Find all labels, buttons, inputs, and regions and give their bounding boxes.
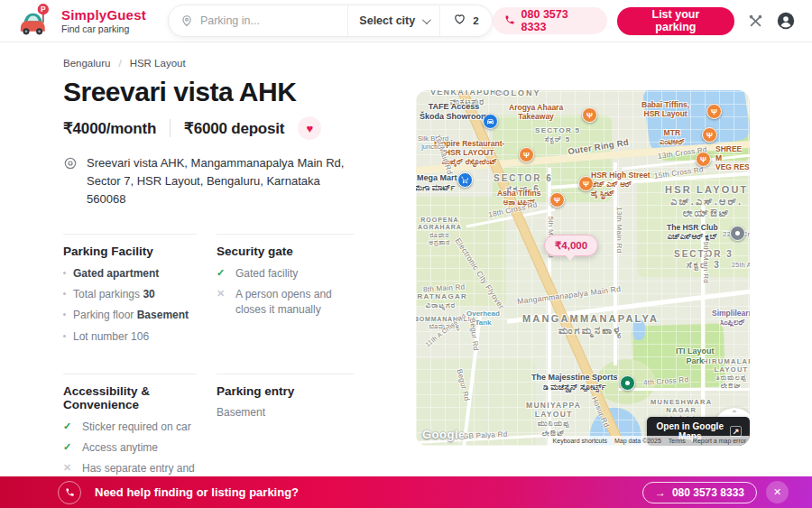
map-poi-label: Babai Tiffins, HSR Layout bbox=[641, 100, 689, 118]
favorite-toggle-button[interactable]: ♥ bbox=[298, 116, 321, 140]
divider bbox=[170, 119, 171, 137]
feature-item: ✕A person opens and closes it manually bbox=[217, 287, 354, 318]
price-row: ₹4000/month ₹6000 deposit ♥ bbox=[63, 116, 361, 140]
restaurant-marker[interactable] bbox=[702, 127, 717, 143]
terms-link[interactable]: Terms bbox=[669, 438, 686, 444]
parking-entry-value: Basement bbox=[217, 406, 354, 419]
favorites-button[interactable]: 2 bbox=[440, 5, 491, 36]
facility-sections-grid: Parking Facility Gated apartment Total p… bbox=[63, 234, 361, 508]
location-pin-icon bbox=[63, 156, 78, 208]
map-attribution: Keyboard shortcuts Map data ©2025 Terms … bbox=[549, 436, 750, 446]
listing-price-map-tag[interactable]: ₹4,000 bbox=[544, 235, 598, 256]
map-poi-label: SHREE M VEG RES bbox=[715, 144, 750, 172]
tools-icon[interactable] bbox=[748, 14, 763, 29]
bullet-icon bbox=[63, 313, 66, 316]
restaurant-marker[interactable] bbox=[582, 107, 597, 123]
map-poi-label: l Mega Mart ಮೆಗಾ ಮಾರ್ಟ್ bbox=[416, 173, 457, 193]
facility-item: Parking floor Basement bbox=[63, 308, 197, 323]
facility-item: Gated apartment bbox=[63, 266, 197, 282]
map-road-label: 25th A Cross bbox=[732, 262, 750, 269]
map-area-label: MUNIYAPPA LAYOUT ಮುನಿಯಪ್ಪ ಲೇಔಟ್ bbox=[526, 401, 581, 438]
banner-close-button[interactable]: ✕ bbox=[766, 481, 789, 503]
help-banner: Need help finding or listing parking? → … bbox=[0, 476, 812, 508]
map-poi-label: HSR High Street ಹೆಚ್ ಎಸ್ ಆರ್ ಹೈ ಸ್ಟ್ರೀಟ್ bbox=[591, 171, 651, 199]
map-poi-label: TAFE Access Škoda Showroom bbox=[420, 102, 488, 122]
map-area-label: HSR LAYOUT ಎಚ್.ಎಸ್.ಆರ್. ಲೇಯ್ಔಟ್ bbox=[665, 184, 749, 220]
list-your-parking-button[interactable]: List your parking bbox=[617, 7, 734, 35]
listing-detail-panel: Bengaluru / HSR Layout Sreevari vista AH… bbox=[63, 58, 361, 508]
restaurant-marker[interactable] bbox=[706, 104, 722, 119]
brand-tagline: Find car parking bbox=[61, 23, 146, 34]
sports-ground-marker[interactable] bbox=[620, 375, 635, 391]
feature-item: ✓Gated facility bbox=[217, 266, 354, 282]
store-marker[interactable] bbox=[457, 172, 473, 188]
map-area-label: MANGAMMANAPALYA ಮಂಗಮ್ಮನಪಾಳ್ಯ bbox=[522, 313, 659, 337]
close-icon: ✕ bbox=[773, 486, 781, 498]
feature-item: ✓Sticker required on car bbox=[63, 420, 197, 435]
price-per-month: ₹4000/month bbox=[63, 119, 156, 138]
breadcrumb-area[interactable]: HSR Layout bbox=[130, 58, 186, 69]
breadcrumb: Bengaluru / HSR Layout bbox=[63, 58, 361, 69]
check-icon: ✓ bbox=[63, 440, 75, 456]
phone-icon bbox=[504, 14, 515, 28]
facility-item: Total parkings 30 bbox=[63, 287, 197, 302]
map-area-label: IRATNAGAR ವಿರಾಟ್ನಗರ bbox=[416, 292, 467, 309]
map-poi-label: Simplilearn ಸಿಂಪ್ಲಿಲರ್ bbox=[712, 309, 750, 327]
restaurant-marker[interactable] bbox=[549, 192, 565, 208]
account-avatar-icon[interactable] bbox=[777, 12, 795, 30]
city-selector[interactable]: Select city bbox=[348, 5, 439, 36]
section-title: Accessibility & Convenience bbox=[63, 384, 197, 411]
address-text: Sreevari vista AHK, Mangammanapalya Main… bbox=[87, 154, 361, 208]
facility-item: Lot number 106 bbox=[63, 329, 197, 345]
restaurant-marker[interactable] bbox=[696, 152, 711, 167]
heart-filled-icon: ♥ bbox=[306, 123, 313, 134]
map-data-label: Map data ©2025 bbox=[614, 438, 661, 444]
check-icon: ✓ bbox=[217, 266, 228, 282]
deposit-amount: ₹6000 deposit bbox=[184, 119, 284, 138]
map-poi-label: ITI Layout Park bbox=[676, 346, 715, 366]
map-poi-label: Arogya Ahaara Takeaway bbox=[509, 103, 563, 121]
map-road-label: 9th Main Rd bbox=[701, 242, 710, 283]
map-area-label: COLONY bbox=[495, 90, 541, 98]
club-marker[interactable] bbox=[730, 226, 745, 241]
brand-logo-block[interactable]: P SimplyGuest Find car parking bbox=[17, 2, 146, 40]
map-area-label: SECTOR 5 ಸೆಕ್ಟರ್ 5 bbox=[535, 126, 580, 143]
feature-item: ✓Access anytime bbox=[63, 440, 197, 456]
favorites-count: 2 bbox=[473, 15, 478, 26]
phone-icon bbox=[58, 481, 81, 504]
bullet-icon bbox=[63, 292, 66, 295]
section-security-gate: Security gate ✓Gated facility ✕A person … bbox=[217, 234, 354, 349]
svg-text:P: P bbox=[41, 5, 46, 14]
restaurant-marker[interactable] bbox=[519, 147, 534, 162]
search-input[interactable] bbox=[200, 14, 347, 27]
breadcrumb-city[interactable]: Bengaluru bbox=[63, 58, 110, 69]
section-title: Parking entry bbox=[217, 384, 354, 398]
restaurant-marker[interactable] bbox=[578, 176, 594, 191]
address-block: Sreevari vista AHK, Mangammanapalya Main… bbox=[63, 154, 361, 208]
breadcrumb-separator: / bbox=[118, 58, 121, 69]
car-logo-icon: P bbox=[17, 2, 53, 40]
section-parking-facility: Parking Facility Gated apartment Total p… bbox=[63, 234, 197, 349]
bullet-icon bbox=[63, 272, 66, 274]
section-title: Parking Facility bbox=[63, 245, 197, 258]
banner-call-button[interactable]: → 080 3573 8333 bbox=[642, 482, 757, 503]
map-poi-label: MTR ಎಂಟಿಆರ್ bbox=[660, 128, 685, 146]
arrow-right-icon: → bbox=[655, 486, 666, 499]
header-phone-button[interactable]: 080 3573 8333 bbox=[493, 7, 607, 34]
brand-name: SimplyGuest bbox=[61, 7, 146, 23]
check-icon: ✓ bbox=[63, 420, 75, 435]
bullet-icon bbox=[63, 335, 66, 337]
google-logo[interactable]: Google bbox=[422, 428, 466, 441]
map-poi-label: The HSR Club ಎಚ್ಎಸ್ಆರ್ ಕ್ಲಬ್ bbox=[667, 223, 718, 241]
banner-message: Need help finding or listing parking? bbox=[95, 485, 299, 499]
keyboard-shortcuts-link[interactable]: Keyboard shortcuts bbox=[553, 438, 607, 444]
google-map[interactable]: VENKATAPURA ವೆಂಕಟಪುರ COLONY SECTOR 5 ಸೆಕ… bbox=[416, 90, 750, 446]
chevron-down-icon bbox=[422, 15, 431, 24]
report-map-error-link[interactable]: Report a map error bbox=[693, 438, 746, 444]
section-title: Security gate bbox=[217, 245, 354, 258]
cross-icon: ✕ bbox=[217, 287, 228, 318]
app-header: P SimplyGuest Find car parking Select ci… bbox=[0, 0, 812, 42]
search-bar: Select city 2 bbox=[168, 5, 493, 37]
location-pin-icon bbox=[180, 14, 193, 27]
showroom-marker[interactable] bbox=[483, 114, 498, 129]
